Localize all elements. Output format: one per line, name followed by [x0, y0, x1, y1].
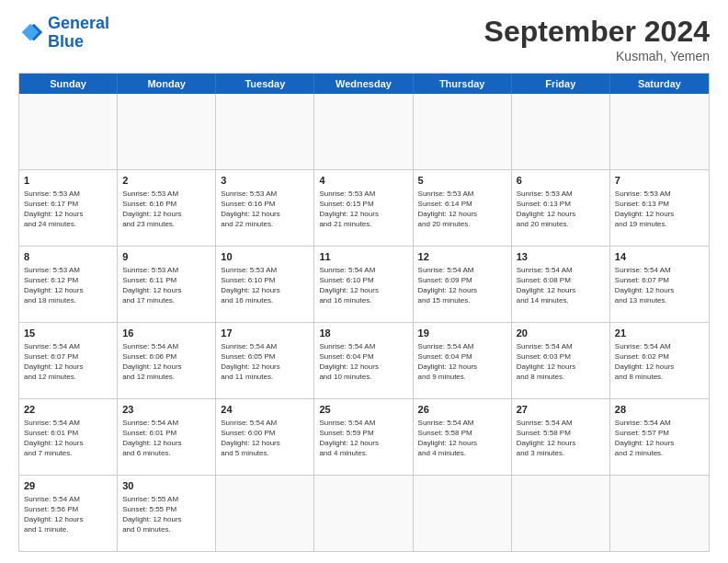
calendar-header: SundayMondayTuesdayWednesdayThursdayFrid… — [19, 74, 709, 94]
calendar-cell-empty-0-1 — [118, 94, 216, 169]
calendar-cell-11: 11Sunrise: 5:54 AMSunset: 6:10 PMDayligh… — [314, 247, 413, 322]
calendar-cell-empty-0-3 — [314, 94, 413, 169]
cell-content: Sunrise: 5:53 AMSunset: 6:17 PMDaylight:… — [24, 189, 112, 230]
cell-content: Sunrise: 5:54 AMSunset: 6:09 PMDaylight:… — [418, 265, 506, 306]
calendar-cell-15: 15Sunrise: 5:54 AMSunset: 6:07 PMDayligh… — [19, 323, 118, 398]
day-number: 23 — [122, 403, 210, 417]
day-number: 1 — [24, 174, 112, 188]
calendar-cell-16: 16Sunrise: 5:54 AMSunset: 6:06 PMDayligh… — [118, 323, 216, 398]
location-subtitle: Kusmah, Yemen — [484, 49, 710, 63]
calendar-cell-2: 2Sunrise: 5:53 AMSunset: 6:16 PMDaylight… — [118, 170, 216, 246]
cell-content: Sunrise: 5:54 AMSunset: 6:07 PMDaylight:… — [24, 341, 112, 383]
calendar-cell-6: 6Sunrise: 5:53 AMSunset: 6:13 PMDaylight… — [512, 170, 610, 246]
month-title: September 2024 — [484, 15, 710, 49]
day-number: 4 — [319, 174, 407, 188]
calendar-cell-18: 18Sunrise: 5:54 AMSunset: 6:04 PMDayligh… — [314, 323, 413, 398]
cell-content: Sunrise: 5:54 AMSunset: 6:05 PMDaylight:… — [221, 341, 309, 383]
day-number: 7 — [615, 174, 704, 188]
calendar-row-3: 15Sunrise: 5:54 AMSunset: 6:07 PMDayligh… — [19, 322, 709, 398]
day-number: 25 — [319, 403, 407, 417]
cell-content: Sunrise: 5:53 AMSunset: 6:15 PMDaylight:… — [319, 189, 407, 230]
cell-content: Sunrise: 5:54 AMSunset: 6:01 PMDaylight:… — [122, 418, 210, 459]
cell-content: Sunrise: 5:54 AMSunset: 6:00 PMDaylight:… — [221, 418, 309, 459]
cell-content: Sunrise: 5:54 AMSunset: 6:06 PMDaylight:… — [122, 341, 210, 383]
logo-icon — [18, 20, 44, 46]
calendar-cell-21: 21Sunrise: 5:54 AMSunset: 6:02 PMDayligh… — [610, 323, 709, 398]
calendar-cell-24: 24Sunrise: 5:54 AMSunset: 6:00 PMDayligh… — [216, 399, 314, 475]
cell-content: Sunrise: 5:53 AMSunset: 6:14 PMDaylight:… — [418, 189, 506, 230]
day-number: 22 — [24, 403, 112, 417]
day-number: 16 — [122, 327, 210, 340]
calendar-cell-empty-0-6 — [610, 94, 709, 169]
logo: General Blue — [18, 15, 109, 52]
cell-content: Sunrise: 5:54 AMSunset: 6:10 PMDaylight:… — [319, 265, 407, 306]
cell-content: Sunrise: 5:53 AMSunset: 6:11 PMDaylight:… — [122, 265, 210, 306]
cell-content: Sunrise: 5:54 AMSunset: 6:04 PMDaylight:… — [418, 341, 506, 383]
day-number: 27 — [517, 403, 605, 417]
logo-line2: Blue — [48, 32, 84, 51]
day-number: 8 — [24, 250, 112, 264]
day-number: 17 — [221, 327, 309, 340]
calendar-body: 1Sunrise: 5:53 AMSunset: 6:17 PMDaylight… — [19, 94, 709, 551]
calendar-cell-12: 12Sunrise: 5:54 AMSunset: 6:09 PMDayligh… — [414, 247, 512, 322]
calendar-cell-14: 14Sunrise: 5:54 AMSunset: 6:07 PMDayligh… — [610, 247, 709, 322]
calendar-row-4: 22Sunrise: 5:54 AMSunset: 6:01 PMDayligh… — [19, 398, 709, 475]
calendar-cell-30: 30Sunrise: 5:55 AMSunset: 5:55 PMDayligh… — [118, 476, 216, 551]
day-number: 12 — [418, 250, 506, 264]
header-day-wednesday: Wednesday — [314, 74, 413, 94]
header-day-tuesday: Tuesday — [216, 74, 314, 94]
day-number: 2 — [122, 174, 210, 188]
calendar-row-0 — [19, 94, 709, 169]
cell-content: Sunrise: 5:54 AMSunset: 5:57 PMDaylight:… — [615, 418, 704, 459]
calendar-cell-empty-0-2 — [216, 94, 314, 169]
header-day-saturday: Saturday — [610, 74, 709, 94]
calendar-cell-29: 29Sunrise: 5:54 AMSunset: 5:56 PMDayligh… — [19, 476, 118, 551]
calendar-cell-20: 20Sunrise: 5:54 AMSunset: 6:03 PMDayligh… — [512, 323, 610, 398]
day-number: 24 — [221, 403, 309, 417]
calendar-cell-empty-0-5 — [512, 94, 610, 169]
calendar-cell-7: 7Sunrise: 5:53 AMSunset: 6:13 PMDaylight… — [610, 170, 709, 246]
cell-content: Sunrise: 5:54 AMSunset: 6:04 PMDaylight:… — [319, 341, 407, 383]
calendar-cell-27: 27Sunrise: 5:54 AMSunset: 5:58 PMDayligh… — [512, 399, 610, 475]
calendar-cell-4: 4Sunrise: 5:53 AMSunset: 6:15 PMDaylight… — [314, 170, 413, 246]
day-number: 6 — [517, 174, 605, 188]
cell-content: Sunrise: 5:53 AMSunset: 6:12 PMDaylight:… — [24, 265, 112, 306]
cell-content: Sunrise: 5:53 AMSunset: 6:16 PMDaylight:… — [221, 189, 309, 230]
calendar-cell-25: 25Sunrise: 5:54 AMSunset: 5:59 PMDayligh… — [314, 399, 413, 475]
header: General Blue September 2024 Kusmah, Yeme… — [18, 15, 710, 63]
day-number: 28 — [615, 403, 704, 417]
calendar-cell-empty-5-6 — [610, 476, 709, 551]
calendar: SundayMondayTuesdayWednesdayThursdayFrid… — [18, 73, 710, 552]
header-day-friday: Friday — [512, 74, 610, 94]
calendar-cell-3: 3Sunrise: 5:53 AMSunset: 6:16 PMDaylight… — [216, 170, 314, 246]
calendar-cell-19: 19Sunrise: 5:54 AMSunset: 6:04 PMDayligh… — [414, 323, 512, 398]
cell-content: Sunrise: 5:55 AMSunset: 5:55 PMDaylight:… — [122, 494, 210, 535]
calendar-cell-8: 8Sunrise: 5:53 AMSunset: 6:12 PMDaylight… — [19, 247, 118, 322]
calendar-cell-5: 5Sunrise: 5:53 AMSunset: 6:14 PMDaylight… — [414, 170, 512, 246]
cell-content: Sunrise: 5:54 AMSunset: 6:02 PMDaylight:… — [615, 341, 704, 383]
logo-line1: General — [48, 14, 109, 32]
calendar-row-1: 1Sunrise: 5:53 AMSunset: 6:17 PMDaylight… — [19, 169, 709, 246]
calendar-cell-empty-5-5 — [512, 476, 610, 551]
calendar-cell-26: 26Sunrise: 5:54 AMSunset: 5:58 PMDayligh… — [414, 399, 512, 475]
cell-content: Sunrise: 5:54 AMSunset: 5:58 PMDaylight:… — [517, 418, 605, 459]
calendar-row-2: 8Sunrise: 5:53 AMSunset: 6:12 PMDaylight… — [19, 246, 709, 322]
header-day-thursday: Thursday — [414, 74, 512, 94]
header-day-sunday: Sunday — [19, 74, 118, 94]
calendar-cell-13: 13Sunrise: 5:54 AMSunset: 6:08 PMDayligh… — [512, 247, 610, 322]
logo-text: General Blue — [48, 15, 109, 52]
day-number: 19 — [418, 327, 506, 340]
calendar-cell-empty-0-0 — [19, 94, 118, 169]
cell-content: Sunrise: 5:54 AMSunset: 6:03 PMDaylight:… — [517, 341, 605, 383]
cell-content: Sunrise: 5:54 AMSunset: 5:56 PMDaylight:… — [24, 494, 112, 535]
cell-content: Sunrise: 5:54 AMSunset: 5:58 PMDaylight:… — [418, 418, 506, 459]
day-number: 11 — [319, 250, 407, 264]
svg-marker-1 — [22, 24, 40, 41]
day-number: 15 — [24, 327, 112, 340]
calendar-cell-empty-5-2 — [216, 476, 314, 551]
day-number: 10 — [221, 250, 309, 264]
calendar-cell-9: 9Sunrise: 5:53 AMSunset: 6:11 PMDaylight… — [118, 247, 216, 322]
cell-content: Sunrise: 5:53 AMSunset: 6:16 PMDaylight:… — [122, 189, 210, 230]
calendar-cell-17: 17Sunrise: 5:54 AMSunset: 6:05 PMDayligh… — [216, 323, 314, 398]
day-number: 3 — [221, 174, 309, 188]
